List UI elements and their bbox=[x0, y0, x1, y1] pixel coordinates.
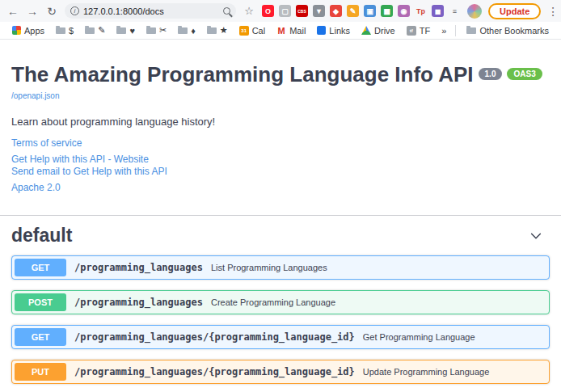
method-badge: POST bbox=[15, 293, 66, 311]
api-description: Learn about programming language history… bbox=[11, 116, 550, 128]
bookmark-folder-4[interactable]: ♦ bbox=[172, 26, 201, 36]
help-website-link[interactable]: Get Help with this API - Website bbox=[11, 154, 550, 166]
other-bookmarks-group: Other Bookmarks bbox=[455, 25, 555, 36]
help-email-link[interactable]: Send email to Get Help with this API bbox=[11, 166, 550, 178]
endpoint-row[interactable]: POST /programming_languages Create Progr… bbox=[11, 290, 550, 314]
browser-menu-icon[interactable]: ⋮ bbox=[547, 5, 559, 18]
endpoint-path: /programming_languages/{programming_lang… bbox=[74, 331, 355, 343]
opera-icon[interactable]: O bbox=[262, 5, 274, 17]
address-bar[interactable]: i 127.0.0.1:8000/docs bbox=[65, 3, 236, 19]
endpoint-list: GET /programming_languages List Programm… bbox=[11, 255, 550, 392]
bookmark-label: ♥ bbox=[129, 26, 135, 36]
search-icon[interactable] bbox=[223, 7, 230, 15]
bookmark-label: ✎ bbox=[98, 25, 105, 36]
update-button[interactable]: Update bbox=[488, 3, 541, 19]
bookmark-folder-3[interactable]: ✂ bbox=[141, 25, 172, 36]
diamond-icon[interactable]: ◆ bbox=[330, 5, 342, 17]
bookmark-label: Drive bbox=[374, 26, 395, 36]
method-badge: GET bbox=[15, 328, 66, 346]
version-badge: 1.0 bbox=[479, 68, 503, 80]
bookmarks-bar: Apps$✎♥✂♦★31CalMMailLinksDrivetfTF» Othe… bbox=[0, 22, 561, 40]
bookmark-label: Links bbox=[329, 26, 350, 36]
bookmark-overflow[interactable]: » bbox=[436, 26, 452, 36]
bookmark-label: Cal bbox=[252, 26, 266, 36]
endpoint-row[interactable]: PUT /programming_languages/{programming_… bbox=[11, 360, 550, 384]
endpoint-summary: List Programming Languages bbox=[211, 263, 327, 272]
folder-icon bbox=[116, 27, 126, 34]
bookmark-label: ★ bbox=[220, 25, 228, 36]
endpoint-summary: Update Programming Language bbox=[363, 367, 490, 377]
bookmark-tf[interactable]: tfTF bbox=[401, 26, 436, 36]
camera-icon[interactable]: ▣ bbox=[364, 5, 376, 17]
bookmark-cal[interactable]: 31Cal bbox=[234, 26, 272, 36]
bookmarks-separator bbox=[455, 25, 456, 36]
flower-icon[interactable]: ◉ bbox=[398, 5, 410, 17]
apps-icon bbox=[12, 26, 21, 35]
api-links: Terms of service Get Help with this API … bbox=[11, 137, 550, 194]
bookmark-label: TF bbox=[420, 26, 430, 36]
list-icon[interactable]: ≡ bbox=[449, 5, 461, 17]
method-badge: PUT bbox=[15, 363, 66, 381]
endpoint-row[interactable]: GET /programming_languages/{programming_… bbox=[11, 325, 550, 349]
bookmark-mail[interactable]: MMail bbox=[271, 26, 311, 36]
cbs-icon[interactable]: CBS bbox=[296, 5, 308, 17]
terms-of-service-link[interactable]: Terms of service bbox=[11, 137, 550, 150]
openapi-json-link[interactable]: /openapi.json bbox=[11, 91, 60, 100]
folder-icon bbox=[466, 27, 476, 34]
drive-icon bbox=[361, 26, 371, 35]
folder-icon bbox=[56, 27, 65, 34]
page-title: The Amazing Programming Language Info AP… bbox=[11, 62, 550, 87]
api-title-text: The Amazing Programming Language Info AP… bbox=[11, 62, 474, 86]
bookmark-folder-1[interactable]: ✎ bbox=[79, 25, 111, 36]
bookmarks-items: Apps$✎♥✂♦★31CalMMailLinksDrivetfTF» bbox=[6, 25, 455, 36]
notes-icon[interactable]: ▢ bbox=[279, 5, 291, 17]
section-header-default[interactable]: default bbox=[11, 216, 550, 255]
cal-icon: 31 bbox=[239, 26, 249, 36]
shield-icon[interactable]: ▼ bbox=[313, 5, 325, 17]
bookmark-folder-dollar[interactable]: $ bbox=[50, 26, 79, 36]
chevron-down-icon[interactable] bbox=[529, 229, 543, 243]
endpoint-path: /programming_languages bbox=[74, 262, 203, 273]
folder-icon bbox=[178, 27, 188, 34]
extensions-row: O▢CBS▼◆✎▣▦◉Tp◼≡ bbox=[262, 5, 461, 17]
bookmark-folder-5[interactable]: ★ bbox=[201, 25, 234, 36]
url-text: 127.0.0.1:8000/docs bbox=[83, 6, 219, 16]
oas3-badge: OAS3 bbox=[507, 68, 542, 80]
bookmark-links[interactable]: Links bbox=[311, 26, 356, 36]
folder-icon bbox=[85, 27, 95, 34]
bookmark-label: Apps bbox=[24, 26, 44, 36]
bookmark-label: » bbox=[441, 26, 446, 36]
bookmark-folder-2[interactable]: ♥ bbox=[111, 26, 141, 36]
method-badge: GET bbox=[15, 259, 66, 276]
tf-icon: tf bbox=[407, 26, 416, 36]
endpoint-path: /programming_languages/{programming_lang… bbox=[74, 366, 355, 377]
pen-icon[interactable]: ✎ bbox=[347, 5, 359, 17]
links-icon bbox=[317, 26, 326, 35]
folder-icon bbox=[207, 27, 217, 34]
endpoint-summary: Get Programming Language bbox=[363, 332, 475, 342]
bookmark-label: ✂ bbox=[159, 25, 167, 36]
forward-button[interactable]: → bbox=[26, 6, 39, 17]
other-bookmarks[interactable]: Other Bookmarks bbox=[461, 26, 555, 36]
bookmark-star-icon[interactable]: ☆ bbox=[243, 6, 255, 16]
folder-icon bbox=[146, 27, 156, 34]
reload-button[interactable]: ↻ bbox=[45, 6, 58, 17]
tampermonkey-icon[interactable]: Tp bbox=[415, 5, 427, 17]
license-link[interactable]: Apache 2.0 bbox=[11, 182, 550, 194]
endpoint-row[interactable]: GET /programming_languages List Programm… bbox=[11, 255, 550, 280]
grid-icon[interactable]: ▦ bbox=[381, 5, 393, 17]
profile-avatar[interactable] bbox=[467, 4, 482, 19]
site-info-icon[interactable]: i bbox=[70, 6, 79, 15]
bookmark-apps[interactable]: Apps bbox=[6, 26, 50, 36]
section-title: default bbox=[11, 225, 72, 247]
endpoint-path: /programming_languages bbox=[74, 297, 203, 308]
back-button[interactable]: ← bbox=[6, 6, 19, 17]
bookmark-label: $ bbox=[69, 26, 74, 36]
endpoint-summary: Create Programming Language bbox=[211, 297, 335, 307]
bookmark-drive[interactable]: Drive bbox=[356, 26, 401, 36]
bookmark-label: ♦ bbox=[191, 26, 196, 36]
bookmark-label: Mail bbox=[289, 26, 306, 36]
gmail-icon: M bbox=[276, 26, 286, 36]
other-bookmarks-label: Other Bookmarks bbox=[479, 26, 549, 36]
puzzle-icon[interactable]: ◼ bbox=[432, 5, 444, 17]
